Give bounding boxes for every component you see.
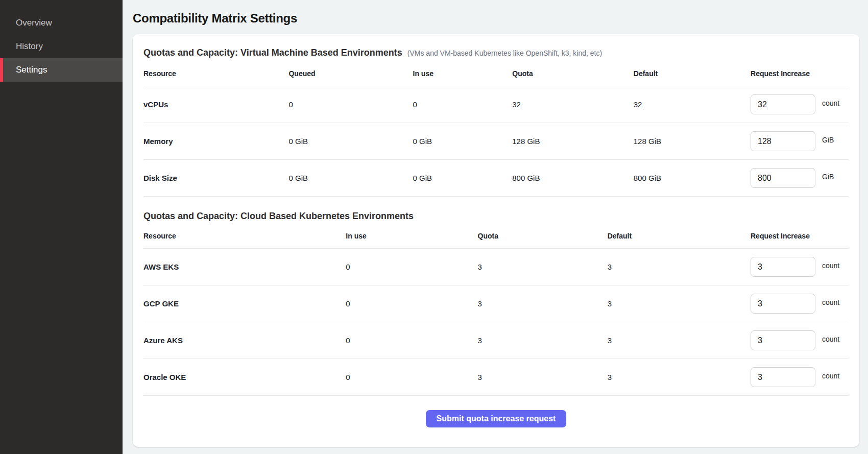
k8s-col-resource: Resource [143, 228, 346, 249]
quota-value: 3 [478, 322, 608, 359]
quota-value: 32 [512, 86, 634, 123]
default-value: 128 GiB [634, 123, 751, 160]
default-value: 3 [608, 359, 751, 396]
gcp-gke-request-input[interactable] [751, 294, 815, 314]
quota-value: 3 [478, 249, 608, 285]
unit-label: count [822, 335, 839, 343]
vcpus-request-input[interactable] [751, 94, 815, 114]
k8s-col-request-increase: Request Increase [751, 228, 849, 249]
request-increase-cell: count [751, 330, 849, 350]
table-row-disk-size: Disk Size 0 GiB 0 GiB 800 GiB 800 GiB Gi… [143, 160, 849, 197]
resource-label: AWS EKS [143, 249, 346, 285]
default-value: 32 [634, 86, 751, 123]
queued-value: 0 GiB [288, 123, 413, 160]
unit-label: GiB [822, 136, 834, 144]
in-use-value: 0 [346, 359, 477, 396]
request-increase-cell: count [751, 94, 849, 114]
quota-value: 3 [478, 359, 608, 396]
quota-value: 128 GiB [512, 123, 634, 160]
vm-col-resource: Resource [143, 65, 288, 86]
resource-label: Oracle OKE [143, 359, 346, 396]
sidebar-item-settings[interactable]: Settings [0, 58, 123, 82]
unit-label: count [822, 261, 839, 270]
vm-quota-table: Resource Queued In use Quota Default Req… [143, 65, 849, 197]
unit-label: count [822, 372, 839, 380]
vm-section-title: Quotas and Capacity: Virtual Machine Bas… [143, 47, 402, 58]
default-value: 3 [608, 249, 751, 285]
k8s-col-default: Default [608, 228, 751, 249]
resource-label: vCPUs [143, 86, 288, 123]
request-increase-cell: count [751, 294, 849, 314]
resource-label: Disk Size [143, 160, 288, 197]
unit-label: count [822, 99, 839, 107]
k8s-quota-table: Resource In use Quota Default Request In… [143, 228, 849, 396]
vm-col-request-increase: Request Increase [751, 65, 849, 86]
quota-value: 800 GiB [512, 160, 634, 197]
in-use-value: 0 [346, 322, 477, 359]
in-use-value: 0 GiB [413, 123, 513, 160]
default-value: 3 [608, 322, 751, 359]
vm-section-subtitle: (VMs and VM-based Kubernetes like OpenSh… [407, 49, 602, 57]
vm-col-queued: Queued [288, 65, 413, 86]
memory-request-input[interactable] [751, 131, 815, 151]
table-row-oracle-oke: Oracle OKE 0 3 3 count [143, 359, 849, 396]
k8s-col-quota: Quota [478, 228, 608, 249]
request-increase-cell: GiB [751, 131, 849, 151]
vm-col-default: Default [634, 65, 751, 86]
quota-value: 3 [478, 285, 608, 322]
default-value: 3 [608, 285, 751, 322]
request-increase-cell: count [751, 367, 849, 387]
request-increase-cell: count [751, 257, 849, 277]
resource-label: GCP GKE [143, 285, 346, 322]
resource-label: Memory [143, 123, 288, 160]
vm-col-in-use: In use [413, 65, 513, 86]
in-use-value: 0 [346, 285, 477, 322]
vm-section-header: Quotas and Capacity: Virtual Machine Bas… [143, 47, 849, 58]
table-row-gcp-gke: GCP GKE 0 3 3 count [143, 285, 849, 322]
oracle-oke-request-input[interactable] [751, 367, 815, 387]
settings-card: Quotas and Capacity: Virtual Machine Bas… [133, 34, 859, 447]
sidebar: Overview History Settings [0, 0, 123, 454]
unit-label: GiB [822, 173, 834, 181]
k8s-section-title: Quotas and Capacity: Cloud Based Kuberne… [143, 211, 414, 222]
disk-size-request-input[interactable] [751, 168, 815, 188]
vm-col-quota: Quota [512, 65, 634, 86]
table-row-azure-aks: Azure AKS 0 3 3 count [143, 322, 849, 359]
submit-quota-request-button[interactable]: Submit quota increase request [426, 410, 567, 427]
k8s-section-header: Quotas and Capacity: Cloud Based Kuberne… [143, 211, 849, 222]
k8s-table-header-row: Resource In use Quota Default Request In… [143, 228, 849, 249]
queued-value: 0 [288, 86, 413, 123]
unit-label: count [822, 298, 839, 306]
submit-row: Submit quota increase request [143, 410, 849, 427]
in-use-value: 0 [346, 249, 477, 285]
sidebar-item-overview[interactable]: Overview [0, 11, 123, 35]
app-window: Overview History Settings Compatibility … [0, 0, 868, 454]
k8s-col-in-use: In use [346, 228, 477, 249]
in-use-value: 0 GiB [413, 160, 513, 197]
aws-eks-request-input[interactable] [751, 257, 815, 277]
vm-table-header-row: Resource Queued In use Quota Default Req… [143, 65, 849, 86]
main-content: Compatibility Matrix Settings Quotas and… [123, 0, 868, 454]
resource-label: Azure AKS [143, 322, 346, 359]
table-row-memory: Memory 0 GiB 0 GiB 128 GiB 128 GiB GiB [143, 123, 849, 160]
default-value: 800 GiB [634, 160, 751, 197]
request-increase-cell: GiB [751, 168, 849, 188]
table-row-vcpus: vCPUs 0 0 32 32 count [143, 86, 849, 123]
table-row-aws-eks: AWS EKS 0 3 3 count [143, 249, 849, 285]
page-title: Compatibility Matrix Settings [133, 11, 859, 26]
sidebar-item-history[interactable]: History [0, 35, 123, 58]
queued-value: 0 GiB [288, 160, 413, 197]
azure-aks-request-input[interactable] [751, 330, 815, 350]
in-use-value: 0 [413, 86, 513, 123]
